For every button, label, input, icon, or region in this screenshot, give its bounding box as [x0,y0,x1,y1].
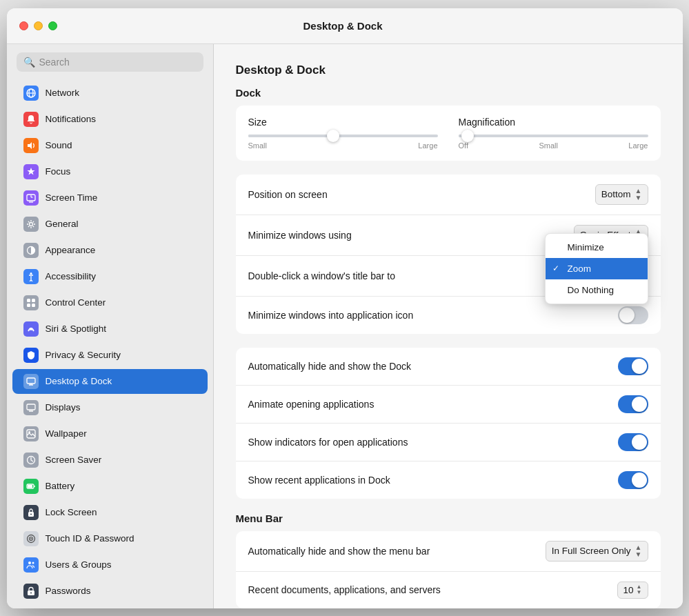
page-title: Desktop & Dock [236,63,661,77]
sound-icon [23,138,39,153]
sidebar-label-touchid: Touch ID & Password [46,533,134,544]
minimize-icon-label: Minimize windows into application icon [248,310,618,321]
position-select[interactable]: Bottom ▲▼ [595,184,648,205]
dropdown-zoom-option[interactable]: ✓ Zoom [546,258,648,279]
users-icon [23,557,39,573]
magnification-small-label: Small [539,141,558,150]
sidebar-label-lockscreen: Lock Screen [46,507,97,517]
animate-toggle[interactable] [618,395,648,413]
sidebar-label-appearance: Appearance [46,245,96,255]
lockscreen-icon [23,505,39,520]
animate-knob [632,397,647,412]
svg-point-31 [30,538,32,539]
magnification-slider-group: Magnification Off Small Large [459,117,648,150]
recent-docs-stepper[interactable]: 10 ▲ ▼ [617,582,648,599]
svg-point-10 [30,272,32,275]
search-input[interactable] [39,57,197,68]
search-icon: 🔍 [23,57,35,68]
sidebar-item-screentime[interactable]: Screen Time [12,186,208,210]
sidebar-label-general: General [46,219,79,229]
notifications-icon [23,112,39,127]
size-label: Size [248,117,438,128]
menubar-card: Automatically hide and show the menu bar… [236,531,661,608]
size-small-label: Small [248,141,268,150]
magnification-slider-thumb[interactable] [461,130,474,142]
sidebar-item-screensaver[interactable]: Screen Saver [12,448,208,473]
minimize-icon-knob [619,308,635,323]
sidebar-item-battery[interactable]: Battery [12,474,208,499]
sidebar-item-displays[interactable]: Displays [12,395,208,420]
sidebar-item-lockscreen[interactable]: Lock Screen [12,500,208,525]
sidebar-item-controlcenter[interactable]: Control Center [12,290,208,315]
sidebar-item-sound[interactable]: Sound [12,133,208,158]
general-icon [23,217,39,232]
search-box[interactable]: 🔍 [17,52,203,72]
autohide-dock-toggle[interactable] [618,357,648,375]
dropdown-donothing-option[interactable]: Do Nothing [546,279,648,301]
sidebar-item-users[interactable]: Users & Groups [12,553,208,577]
displays-icon [23,400,39,415]
sidebar-label-notifications: Notifications [46,114,97,124]
autohide-menubar-label: Automatically hide and show the menu bar [248,546,546,557]
sidebar-label-screensaver: Screen Saver [46,455,102,465]
touchid-icon [23,531,39,546]
magnification-slider-track[interactable] [459,135,648,137]
accessibility-icon [23,269,39,284]
indicators-toggle[interactable] [618,433,648,451]
minimize-icon-toggle[interactable] [618,306,648,324]
sidebar-label-users: Users & Groups [46,559,112,570]
position-value: Bottom [601,189,631,199]
dock-settings-card: Position on screen Bottom ▲▼ Minimize wi… [236,175,661,334]
network-icon [23,86,39,101]
size-slider-thumb[interactable] [327,130,339,142]
sidebar-item-notifications[interactable]: Notifications [12,107,208,132]
appearance-icon [23,243,39,258]
recent-docs-value: 10 [623,585,634,595]
dropdown-minimize-option[interactable]: Minimize [546,237,648,258]
window-title: Desktop & Dock [16,20,670,32]
recent-toggle[interactable] [618,471,648,489]
autohide-menubar-chevrons: ▲▼ [635,544,642,558]
svg-marker-3 [28,142,32,149]
sidebar-item-accessibility[interactable]: Accessibility [12,264,208,289]
size-large-label: Large [418,141,437,150]
sidebar-item-focus[interactable]: Focus [12,159,208,184]
wallpaper-icon [23,426,39,441]
svg-point-32 [28,562,31,564]
autohide-dock-knob [632,359,647,374]
svg-rect-13 [27,304,30,307]
sidebar-item-network[interactable]: Network [12,81,208,106]
sidebar-item-desktop[interactable]: Desktop & Dock [12,369,208,394]
sidebar-label-sound: Sound [46,140,72,150]
sidebar-item-wallpaper[interactable]: Wallpaper [12,421,208,446]
indicators-row: Show indicators for open applications [236,424,661,461]
sidebar-item-appearance[interactable]: Appearance [12,238,208,263]
passwords-icon [23,584,39,599]
controlcenter-icon [23,295,39,310]
stepper-arrows[interactable]: ▲ ▼ [637,584,642,597]
size-slider-track[interactable] [248,135,438,137]
autohide-menubar-select[interactable]: In Full Screen Only ▲▼ [546,541,648,562]
svg-rect-12 [32,299,35,302]
autohide-dock-label: Automatically hide and show the Dock [248,361,618,372]
svg-point-33 [32,562,34,564]
svg-rect-19 [27,404,35,410]
sidebar-item-privacy[interactable]: Privacy & Security [12,343,208,368]
svg-point-28 [30,513,32,515]
dropdown-zoom-label: Zoom [568,264,592,274]
minimize-dropdown: Minimize ✓ Zoom Do Nothing [545,233,648,304]
slider-section: Size Small Large Magnification [236,106,661,161]
stepper-down[interactable]: ▼ [637,590,642,596]
sidebar-item-passwords[interactable]: Passwords [12,579,208,604]
sidebar-item-general[interactable]: General [12,212,208,237]
position-chevrons: ▲▼ [635,188,642,201]
magnification-large-label: Large [628,141,648,150]
menubar-section-title: Menu Bar [236,513,661,524]
focus-icon [23,164,39,179]
sidebar-label-passwords: Passwords [46,586,91,596]
sidebar-item-touchid[interactable]: Touch ID & Password [12,526,208,551]
dropdown-donothing-label: Do Nothing [568,285,615,295]
settings-window: Desktop & Dock 🔍 Network [7,8,683,608]
sidebar-item-siri[interactable]: Siri & Spotlight [12,317,208,341]
recent-row: Show recent applications in Dock [236,461,661,499]
